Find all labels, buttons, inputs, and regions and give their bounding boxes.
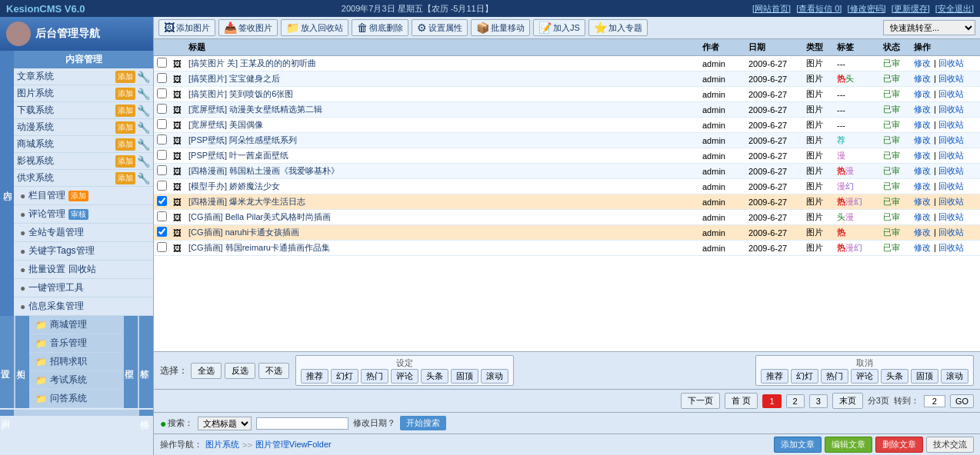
btn-add-special[interactable]: ⭐加入专题 <box>588 19 648 36</box>
row-title-link[interactable]: [CG插画] Bella Pilar美式风格时尚插画 <box>188 212 331 221</box>
recycle-link[interactable]: 回收站 <box>938 135 964 144</box>
edit-link[interactable]: 修改 <box>914 151 931 160</box>
row-title-link[interactable]: [PSP壁纸] 阿朵性感壁纸系列 <box>188 135 297 144</box>
article-edit-btn[interactable]: 🔧 <box>137 71 150 83</box>
nav-label-yonghu[interactable]: 用户 <box>0 410 14 416</box>
sidebar-item-collect[interactable]: ●信息采集管理 <box>14 297 153 316</box>
link-sms[interactable]: [查看短信 0] <box>796 4 842 13</box>
btn-set-slideshow[interactable]: 幻灯 <box>331 369 358 384</box>
recycle-link[interactable]: 回收站 <box>938 105 964 114</box>
breadcrumb-link-manage[interactable]: 图片管理ViewFolder <box>255 439 332 450</box>
row-title-link[interactable]: [搞笑图片] 宝宝健身之后 <box>188 74 280 83</box>
edit-link[interactable]: 修改 <box>914 105 931 114</box>
edit-link[interactable]: 修改 <box>914 120 931 129</box>
btn-cancel-scroll[interactable]: 滚动 <box>941 369 968 384</box>
edit-link[interactable]: 修改 <box>914 58 931 68</box>
recycle-link[interactable]: 回收站 <box>938 197 964 206</box>
edit-link[interactable]: 修改 <box>914 74 931 83</box>
link-home[interactable]: [网站首页] <box>752 4 791 13</box>
row-checkbox[interactable] <box>157 165 167 175</box>
recycle-link[interactable]: 回收站 <box>938 120 964 129</box>
row-checkbox[interactable] <box>157 196 167 206</box>
nav-label-biaoqian[interactable]: 标签 <box>139 316 153 408</box>
search-input[interactable] <box>256 417 348 430</box>
btn-delete[interactable]: 🗑彻底删除 <box>352 19 408 36</box>
recycle-link[interactable]: 回收站 <box>938 243 964 252</box>
sidebar-item-comment[interactable]: ●评论管理审核 <box>14 205 153 224</box>
btn-cancel-top[interactable]: 固顶 <box>911 369 938 384</box>
row-title-link[interactable]: [宽屏壁纸] 美国偶像 <box>188 120 263 129</box>
btn-cancel-recommend[interactable]: 推荐 <box>761 369 788 384</box>
article-add-btn[interactable]: 添加 <box>115 71 135 83</box>
search-type-select[interactable]: 搜索类型 文档标题 关键字 作者 <box>198 417 252 430</box>
sidebar-item-tools[interactable]: ●一键管理工具 <box>14 279 153 297</box>
recycle-link[interactable]: 回收站 <box>938 58 964 68</box>
download-add-btn[interactable]: 添加 <box>115 105 135 117</box>
btn-last-page[interactable]: 末页 <box>832 393 863 409</box>
row-checkbox[interactable] <box>157 211 167 221</box>
goto-input[interactable] <box>924 395 945 407</box>
sidebar-item-music[interactable]: 📁音乐管理 <box>29 334 122 353</box>
row-checkbox[interactable] <box>157 104 167 114</box>
row-checkbox[interactable] <box>157 150 167 160</box>
row-title-link[interactable]: [搞笑图片 关] 王某及的的的初听曲 <box>188 58 316 68</box>
btn-set-hot[interactable]: 热门 <box>361 369 388 384</box>
row-checkbox[interactable] <box>157 73 167 83</box>
shop-add-btn[interactable]: 添加 <box>115 138 135 151</box>
row-checkbox[interactable] <box>157 119 167 129</box>
quick-jump-select[interactable]: 快速跳转至... 图片系统 文章系统 下载系统 <box>883 20 975 35</box>
sidebar-item-download[interactable]: 下载系统 添加 🔧 <box>14 102 153 119</box>
btn-recycle[interactable]: 📁放入回收站 <box>281 19 348 36</box>
go-button[interactable]: GO <box>950 394 974 408</box>
btn-select-inverse[interactable]: 反选 <box>225 363 255 379</box>
sidebar-item-batch[interactable]: ●批量设置 回收站 <box>14 261 153 279</box>
btn-delete-article[interactable]: 删除文章 <box>875 437 923 453</box>
btn-cancel-slideshow[interactable]: 幻灯 <box>791 369 818 384</box>
recycle-link[interactable]: 回收站 <box>938 74 964 83</box>
video-add-btn[interactable]: 添加 <box>115 155 135 168</box>
recycle-link[interactable]: 回收站 <box>938 227 964 237</box>
btn-page-3[interactable]: 3 <box>809 394 828 408</box>
row-title-link[interactable]: [四格漫画] 韩国粘土漫画《我爱哆基朴》 <box>188 166 339 175</box>
edit-link[interactable]: 修改 <box>914 212 931 221</box>
edit-link[interactable]: 修改 <box>914 89 931 98</box>
anime-add-btn[interactable]: 添加 <box>115 121 135 134</box>
btn-select-none[interactable]: 不选 <box>258 363 289 379</box>
nav-label-neironng[interactable]: 内容 <box>0 51 14 316</box>
recycle-link[interactable]: 回收站 <box>938 151 964 160</box>
btn-sign-image[interactable]: 📥签收图片 <box>218 19 278 36</box>
recycle-link[interactable]: 回收站 <box>938 89 964 98</box>
sidebar-item-qa[interactable]: 📁问答系统 <box>29 390 122 408</box>
edit-link[interactable]: 修改 <box>914 227 931 237</box>
download-edit-btn[interactable]: 🔧 <box>137 105 150 117</box>
recycle-link[interactable]: 回收站 <box>938 181 964 191</box>
search-button[interactable]: 开始搜索 <box>400 416 446 430</box>
recycle-link[interactable]: 回收站 <box>938 212 964 221</box>
row-checkbox[interactable] <box>157 88 167 98</box>
sidebar-item-supply[interactable]: 供求系统 添加 🔧 <box>14 170 153 187</box>
sidebar-item-image[interactable]: 图片系统 添加 🔧 <box>14 85 153 102</box>
sidebar-item-special[interactable]: ●全站专题管理 <box>14 224 153 242</box>
row-title-link[interactable]: [CG插画] naruhi卡通女孩插画 <box>188 227 299 237</box>
btn-set-comment[interactable]: 评论 <box>391 369 418 384</box>
row-title-link[interactable]: [模型手办] 娇娇魔法少女 <box>188 181 280 191</box>
row-checkbox[interactable] <box>157 135 167 144</box>
nav-label-xiangguan[interactable]: 相关 <box>15 316 29 408</box>
nav-label-shezhi[interactable]: 设置 <box>0 316 14 408</box>
btn-tech-exchange[interactable]: 技术交流 <box>926 437 974 453</box>
nav-label-moxing[interactable]: 模型 <box>124 316 138 408</box>
supply-add-btn[interactable]: 添加 <box>115 172 135 184</box>
anime-edit-btn[interactable]: 🔧 <box>137 121 150 134</box>
shop-edit-btn[interactable]: 🔧 <box>137 138 150 151</box>
row-title-link[interactable]: [宽屏壁纸] 动漫美女壁纸精选第二辑 <box>188 105 322 114</box>
sidebar-item-anime[interactable]: 动漫系统 添加 🔧 <box>14 119 153 136</box>
nav-label-chajian[interactable]: 插件 <box>139 410 153 416</box>
btn-edit-article[interactable]: 编辑文章 <box>825 437 872 453</box>
sidebar-item-article[interactable]: 文章系统 添加 🔧 <box>14 68 153 85</box>
edit-link[interactable]: 修改 <box>914 181 931 191</box>
row-checkbox[interactable] <box>157 242 167 252</box>
image-add-btn[interactable]: 添加 <box>115 88 135 100</box>
edit-link[interactable]: 修改 <box>914 243 931 252</box>
breadcrumb-link-image[interactable]: 图片系统 <box>205 439 239 450</box>
row-checkbox[interactable] <box>157 181 167 191</box>
